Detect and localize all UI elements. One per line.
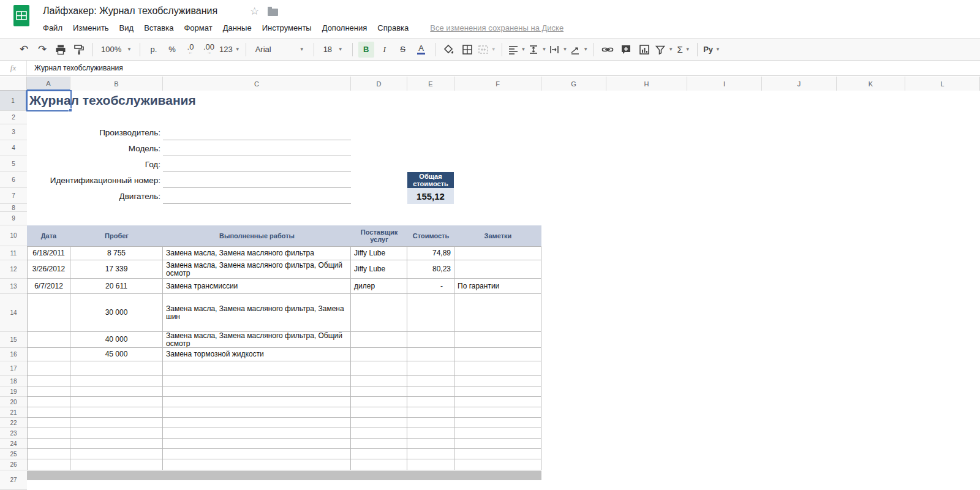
form-label-3[interactable]: Год:	[27, 156, 160, 172]
table-cell-r24c3[interactable]	[163, 439, 351, 449]
table-cell-r18c6[interactable]	[454, 376, 541, 386]
menu-item-7[interactable]: Инструменты	[262, 23, 312, 32]
table-cell-r12c2[interactable]: 17 339	[70, 260, 163, 279]
table-cell-r16c1[interactable]	[27, 348, 70, 361]
row-header-1[interactable]: 1	[0, 91, 27, 111]
table-cell-r12c5[interactable]: 80,23	[407, 260, 454, 279]
table-cell-r24c6[interactable]	[454, 439, 541, 449]
row-header-8[interactable]: 8	[0, 204, 27, 212]
table-cell-r25c4[interactable]	[351, 449, 407, 459]
column-header-C[interactable]: C	[163, 77, 351, 91]
table-cell-r25c1[interactable]	[27, 449, 70, 459]
row-header-4[interactable]: 4	[0, 140, 27, 156]
table-cell-r23c1[interactable]	[27, 428, 70, 439]
table-cell-r18c3[interactable]	[163, 376, 351, 386]
table-cell-r26c3[interactable]	[163, 459, 351, 470]
table-cell-r21c1[interactable]	[27, 407, 70, 418]
insert-comment-button[interactable]	[618, 42, 634, 58]
column-header-I[interactable]: I	[687, 77, 762, 91]
strikethrough-button[interactable]: S	[395, 42, 411, 58]
table-cell-r16c3[interactable]: Замена тормозной жидкости	[163, 348, 351, 361]
table-cell-r25c6[interactable]	[454, 449, 541, 459]
table-cell-r24c4[interactable]	[351, 439, 407, 449]
table-cell-r13c2[interactable]: 20 611	[70, 279, 163, 294]
table-cell-r17c5[interactable]	[407, 361, 454, 376]
row-header-18[interactable]: 18	[0, 376, 27, 386]
table-cell-r14c6[interactable]	[454, 294, 541, 332]
table-header-5[interactable]: Стоимость	[407, 225, 454, 246]
text-color-button[interactable]: A	[413, 42, 429, 58]
folder-icon[interactable]	[268, 9, 278, 16]
column-header-A[interactable]: A	[27, 77, 70, 91]
table-cell-r13c3[interactable]: Замена трансмиссии	[163, 279, 351, 294]
table-cell-r26c6[interactable]	[454, 459, 541, 470]
column-header-F[interactable]: F	[454, 77, 541, 91]
insert-chart-button[interactable]	[636, 42, 652, 58]
text-rotation-button[interactable]: ▼	[570, 42, 588, 58]
table-cell-r18c5[interactable]	[407, 376, 454, 386]
table-cell-r18c1[interactable]	[27, 376, 70, 386]
table-cell-r24c1[interactable]	[27, 439, 70, 449]
table-cell-r15c4[interactable]	[351, 332, 407, 348]
merge-cells-button[interactable]: ▼	[478, 42, 496, 58]
table-cell-r13c5[interactable]: -	[407, 279, 454, 294]
table-cell-r21c3[interactable]	[163, 407, 351, 418]
table-cell-r24c5[interactable]	[407, 439, 454, 449]
row-header-14[interactable]: 14	[0, 294, 27, 332]
row-header-20[interactable]: 20	[0, 397, 27, 407]
table-cell-r24c2[interactable]	[70, 439, 163, 449]
table-cell-r22c1[interactable]	[27, 418, 70, 428]
select-all-corner[interactable]	[0, 77, 27, 91]
form-input-line-1[interactable]	[163, 140, 351, 140]
row-header-11[interactable]: 11	[0, 246, 27, 260]
more-formats-button[interactable]: 123▼	[219, 42, 240, 58]
row-header-6[interactable]: 6	[0, 172, 27, 188]
currency-format-button[interactable]: р.	[146, 42, 162, 58]
table-cell-r18c4[interactable]	[351, 376, 407, 386]
table-cell-r23c4[interactable]	[351, 428, 407, 439]
table-cell-r25c5[interactable]	[407, 449, 454, 459]
table-cell-r13c6[interactable]: По гарантии	[454, 279, 541, 294]
menu-item-3[interactable]: Вид	[119, 23, 134, 32]
row-header-24[interactable]: 24	[0, 439, 27, 449]
form-label-5[interactable]: Двигатель:	[27, 188, 160, 204]
menu-item-6[interactable]: Данные	[223, 23, 252, 32]
table-cell-r17c1[interactable]	[27, 361, 70, 376]
table-cell-r19c2[interactable]	[70, 386, 163, 397]
table-cell-r19c5[interactable]	[407, 386, 454, 397]
row-header-2[interactable]: 2	[0, 111, 27, 124]
table-cell-r18c2[interactable]	[70, 376, 163, 386]
table-cell-r20c3[interactable]	[163, 397, 351, 407]
menu-item-5[interactable]: Формат	[184, 23, 212, 32]
sheets-logo-icon[interactable]	[13, 4, 30, 27]
horizontal-scrollbar[interactable]	[27, 471, 541, 480]
table-cell-r14c3[interactable]: Замена масла, Замена масляного фильтра, …	[163, 294, 351, 332]
table-cell-r20c2[interactable]	[70, 397, 163, 407]
table-cell-r19c4[interactable]	[351, 386, 407, 397]
table-cell-r23c6[interactable]	[454, 428, 541, 439]
column-header-L[interactable]: L	[905, 77, 980, 91]
form-label-1[interactable]: Производитель:	[27, 124, 160, 140]
menu-item-1[interactable]: Файл	[43, 23, 62, 32]
bold-button[interactable]: B	[358, 42, 374, 58]
table-header-3[interactable]: Выполненные работы	[163, 225, 351, 246]
row-header-19[interactable]: 19	[0, 386, 27, 397]
table-cell-r21c5[interactable]	[407, 407, 454, 418]
column-header-H[interactable]: H	[606, 77, 687, 91]
row-header-7[interactable]: 7	[0, 188, 27, 204]
increase-decimal-button[interactable]: .00→	[201, 42, 217, 58]
column-header-D[interactable]: D	[351, 77, 407, 91]
table-cell-r14c1[interactable]	[27, 294, 70, 332]
percent-format-button[interactable]: %	[164, 42, 180, 58]
form-label-2[interactable]: Модель:	[27, 140, 160, 156]
table-cell-r12c3[interactable]: Замена масла, Замена масляного фильтра, …	[163, 260, 351, 279]
row-header-3[interactable]: 3	[0, 124, 27, 140]
table-cell-r22c2[interactable]	[70, 418, 163, 428]
table-cell-r22c3[interactable]	[163, 418, 351, 428]
row-header-5[interactable]: 5	[0, 156, 27, 172]
table-cell-r14c2[interactable]: 30 000	[70, 294, 163, 332]
row-header-15[interactable]: 15	[0, 332, 27, 348]
column-header-J[interactable]: J	[762, 77, 837, 91]
table-cell-r20c6[interactable]	[454, 397, 541, 407]
table-cell-r11c1[interactable]: 6/18/2011	[27, 246, 70, 260]
